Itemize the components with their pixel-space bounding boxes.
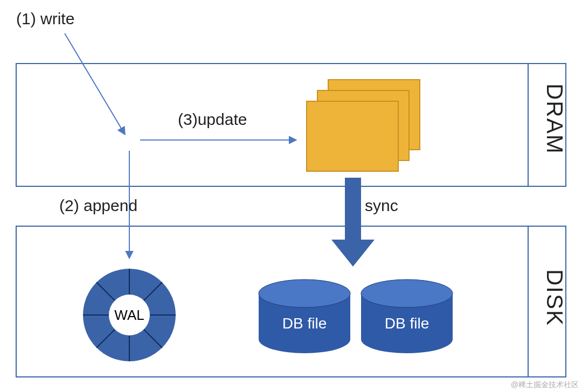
label-disk: DISK (542, 269, 567, 326)
label-dram: DRAM (542, 83, 567, 155)
svg-rect-2 (307, 101, 398, 171)
wal-icon: WAL (83, 269, 176, 361)
watermark: @稀土掘金技术社区 (511, 380, 579, 390)
diagram-canvas: WAL DB file DB file (0, 0, 582, 392)
db-file-1-icon: DB file (259, 279, 350, 353)
arrow-write (65, 33, 125, 135)
label-write: (1) write (16, 10, 74, 28)
db-file-1-label: DB file (282, 315, 327, 332)
arrow-sync (331, 178, 375, 267)
dram-box (16, 64, 566, 186)
wal-label: WAL (114, 307, 144, 323)
label-sync: sync (365, 197, 398, 215)
memory-pages-icon (307, 80, 420, 171)
label-update: (3)update (178, 110, 247, 129)
db-file-2-icon: DB file (361, 279, 453, 353)
label-append: (2) append (59, 197, 137, 215)
db-file-2-label: DB file (385, 315, 429, 332)
